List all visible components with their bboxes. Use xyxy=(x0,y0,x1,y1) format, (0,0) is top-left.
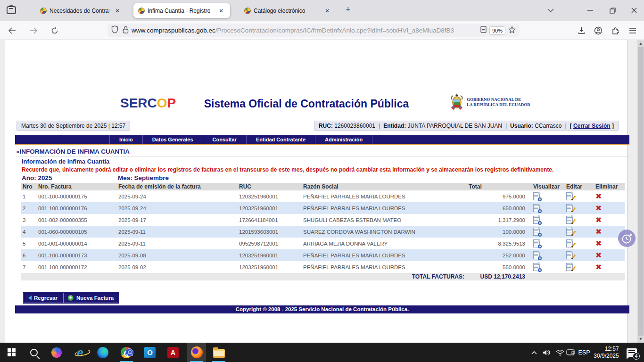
edit-icon[interactable] xyxy=(566,228,573,236)
ecuador-arms-favicon xyxy=(138,8,145,14)
scrollbar-thumb[interactable] xyxy=(638,47,644,336)
lock-icon[interactable] xyxy=(123,26,129,35)
invoices-table: Nro Nro. Factura Fecha de emisión de la … xyxy=(21,183,625,280)
downloads-icon[interactable] xyxy=(576,25,586,36)
col-ruc: RUC xyxy=(238,183,302,190)
tray-time: 12:57 xyxy=(594,346,619,353)
clock-tray[interactable]: 12:57 30/9/2025 xyxy=(591,343,622,362)
page-content: SERCOP Sistema Oficial de Contratación P… xyxy=(5,40,627,343)
delete-icon[interactable]: ✖ xyxy=(595,227,602,236)
outlook-icon[interactable]: O xyxy=(140,343,159,362)
delete-icon[interactable]: ✖ xyxy=(595,215,602,224)
delete-icon[interactable]: ✖ xyxy=(595,263,602,272)
reader-mode-icon[interactable] xyxy=(480,26,487,35)
menu-item-consultar[interactable]: Consultar xyxy=(203,135,247,144)
copilot-icon[interactable] xyxy=(47,343,66,362)
file-explorer-icon[interactable] xyxy=(209,343,228,362)
delete-icon[interactable]: ✖ xyxy=(595,251,602,260)
edit-icon[interactable] xyxy=(566,251,573,259)
notification-count-badge: 4 xyxy=(633,353,640,360)
close-window-button[interactable] xyxy=(627,5,641,16)
tray-chevron-icon[interactable] xyxy=(528,343,540,362)
tab-close-icon[interactable]: ✕ xyxy=(323,7,331,15)
menu-item-administracion[interactable]: Administración xyxy=(315,135,372,144)
edge-icon[interactable] xyxy=(93,343,112,362)
visualize-icon[interactable] xyxy=(533,204,540,212)
edit-icon[interactable] xyxy=(566,263,573,271)
tab-necesidades[interactable]: Necesidades de Contratación y ✕ xyxy=(35,3,126,18)
bookmark-star-icon[interactable] xyxy=(508,26,516,35)
datetime-banner: Martes 30 de Septiembre de 2025 | 12:57 xyxy=(17,121,130,131)
visualize-icon[interactable] xyxy=(533,216,540,224)
search-button[interactable] xyxy=(25,343,43,362)
new-tab-button[interactable]: + xyxy=(346,5,351,15)
col-eliminar: Eliminar xyxy=(594,183,625,190)
delete-icon[interactable]: ✖ xyxy=(595,239,602,248)
display-cast-icon[interactable] xyxy=(563,343,578,362)
minimize-button[interactable] xyxy=(583,5,597,16)
nueva-factura-button[interactable]: + Nueva Factura xyxy=(63,293,118,303)
menu-item-datos-generales[interactable]: Datos Generales xyxy=(143,135,203,144)
url-host: www.compraspublicas.gob.ec xyxy=(132,27,215,34)
firefox-view-icon[interactable] xyxy=(7,6,16,14)
acrobat-icon[interactable]: A xyxy=(164,343,182,362)
account-icon[interactable] xyxy=(593,25,603,36)
firefox-icon-active[interactable] xyxy=(187,343,206,362)
tab-close-icon[interactable]: ✕ xyxy=(217,7,225,15)
extensions-icon[interactable] xyxy=(610,25,620,36)
logout-link[interactable]: Cerrar Sesión xyxy=(573,123,611,129)
invoice-row: 5001-001-0000000142025-09-11095259871200… xyxy=(21,238,625,249)
notifications-button[interactable]: 4 xyxy=(623,343,640,362)
scroll-up-icon[interactable]: ▲ xyxy=(637,40,644,47)
tab-title: Catálogo electrónico xyxy=(254,8,305,14)
reload-icon[interactable] xyxy=(50,25,60,36)
vertical-scrollbar[interactable]: ▲ ▼ xyxy=(637,40,644,343)
volume-icon[interactable] xyxy=(540,343,553,362)
ecuador-arms-favicon xyxy=(40,8,47,14)
start-button[interactable] xyxy=(2,343,21,362)
language-indicator[interactable]: ESP xyxy=(576,343,592,362)
invoice-row: 4001-060-0000001052025-09-11120159360300… xyxy=(21,226,625,238)
gov-text-line2: LA REPÚBLICA DEL ECUADOR xyxy=(467,102,530,107)
back-icon[interactable] xyxy=(7,25,17,36)
tab-catalogo[interactable]: Catálogo electrónico ✕ xyxy=(239,3,336,18)
restore-button[interactable] xyxy=(605,5,619,16)
regresar-button[interactable]: Regresar xyxy=(24,293,62,303)
tab-close-icon[interactable]: ✕ xyxy=(113,7,122,15)
chrome-icon[interactable] xyxy=(117,343,136,362)
scroll-down-icon[interactable]: ▼ xyxy=(637,336,644,343)
url-text[interactable]: www.compraspublicas.gob.ec/ProcesoContra… xyxy=(132,27,480,34)
tab-list-chevron-icon[interactable] xyxy=(544,5,558,16)
edit-icon[interactable] xyxy=(566,216,573,224)
windows-taskbar: e O A ESP 12:57 30/9/2025 4 xyxy=(0,343,644,362)
url-bar[interactable]: www.compraspublicas.gob.ec/ProcesoContra… xyxy=(107,24,520,37)
visualize-icon[interactable] xyxy=(533,239,540,247)
edit-icon[interactable] xyxy=(566,204,573,212)
visualize-icon[interactable] xyxy=(533,192,540,200)
edit-icon[interactable] xyxy=(566,239,573,247)
internet-explorer-icon[interactable]: e xyxy=(71,343,90,362)
delete-icon[interactable]: ✖ xyxy=(595,192,602,201)
col-fecha: Fecha de emisión de la factura xyxy=(117,183,238,190)
plus-icon: + xyxy=(68,295,74,301)
delete-icon[interactable]: ✖ xyxy=(595,204,602,213)
edit-icon[interactable] xyxy=(566,192,573,200)
timer-overlay-widget[interactable] xyxy=(618,230,636,247)
invoice-row: 6001-100-0000001732025-09-08120325196000… xyxy=(21,249,625,261)
visualize-icon[interactable] xyxy=(533,228,540,236)
tab-infima-cuantia-active[interactable]: Infima Cuantía - Registro ✕ xyxy=(133,3,230,18)
col-factura: Nro. Factura xyxy=(37,183,117,190)
shield-icon[interactable] xyxy=(111,25,118,35)
zoom-level-badge[interactable]: 90% xyxy=(489,26,505,35)
visualize-icon[interactable] xyxy=(533,263,540,271)
menu-item-entidad-contratante[interactable]: Entidad Contratante xyxy=(247,135,315,144)
total-value: USD 12,170.2413 xyxy=(466,273,532,280)
invoice-row: 2001-100-0000001762025-09-24120325196000… xyxy=(21,202,625,214)
browser-viewport: SERCOP Sistema Oficial de Contratación P… xyxy=(0,40,637,343)
clock-icon xyxy=(621,232,633,245)
visualize-icon[interactable] xyxy=(533,251,540,259)
session-banner: RUC: 1260023860001 | Entidad: JUNTA PARR… xyxy=(314,121,619,131)
forward-icon[interactable] xyxy=(28,25,39,36)
menu-hamburger-icon[interactable] xyxy=(627,25,638,36)
menu-item-inicio[interactable]: Inicio xyxy=(109,135,143,144)
